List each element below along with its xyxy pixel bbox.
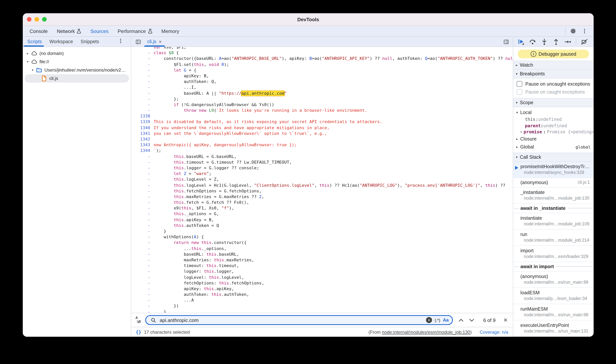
tab-memory[interactable]: Memory — [157, 26, 184, 36]
search-field[interactable]: × (.*) Aa — [145, 315, 453, 325]
section-scope[interactable]: ▾ Scope — [513, 98, 594, 107]
tree-item-file-[interactable]: ▾file:// — [23, 58, 131, 66]
code-line[interactable]: - this.timeout = G.timeout ?? Lw.DEFAULT… — [131, 159, 513, 165]
code-line[interactable]: - }; — [131, 96, 513, 102]
checkbox[interactable] — [517, 81, 522, 87]
code-line[interactable]: 1343new Anthropic({ apiKey, dangerouslyA… — [131, 142, 513, 148]
code-line[interactable]: - $F1.set(this, void 0); — [131, 62, 513, 67]
section-callstack[interactable]: ▾ Call Stack — [513, 153, 594, 162]
breakpoint-option[interactable]: Pause on uncaught exceptions — [513, 80, 594, 88]
code-line[interactable]: - logger: this.logger, — [131, 269, 513, 274]
callstack-frame[interactable]: (anonymous)cli.js:1 — [513, 178, 594, 187]
callstack-frame[interactable]: runnode:internal/m…module_job:214 — [513, 229, 594, 246]
close-window-button[interactable] — [27, 17, 31, 22]
callstack-frame[interactable]: (anonymous)node:internal/m…es/run_main:9… — [513, 271, 594, 288]
callstack-frame[interactable]: importnode:internal/m…esm/loader:329 — [513, 246, 594, 262]
code-line[interactable]: - this.logger = G.logger ?? console; — [131, 165, 513, 171]
step-out-icon[interactable] — [552, 38, 560, 45]
scope-global[interactable]: ▸ Global global — [513, 143, 594, 151]
tab-close-icon[interactable]: × — [159, 39, 162, 44]
callstack-frame[interactable]: (anonymous)node:internal/m…main_module:2 — [513, 337, 594, 337]
gear-icon[interactable] — [569, 27, 577, 35]
step-over-icon[interactable] — [529, 38, 536, 45]
scope-local[interactable]: ▾ Local — [513, 108, 594, 116]
callstack-frame[interactable]: runMainESMnode:internal/m…es/run_main:98 — [513, 304, 594, 320]
pretty-print-icon[interactable]: {} — [136, 329, 141, 335]
section-watch[interactable]: ▸ Watch — [513, 61, 594, 70]
tab-network[interactable]: Network — [52, 26, 86, 36]
regex-toggle[interactable]: (.*) — [435, 318, 440, 322]
tab-sources[interactable]: Sources — [86, 26, 113, 36]
match-case-toggle[interactable]: Aa — [443, 317, 449, 323]
code-line[interactable]: - fetchOptions: this.fetchOptions, — [131, 280, 513, 286]
replace-toggle-icon[interactable]: A ↳ B — [135, 316, 142, 324]
navigator-tab-snippets[interactable]: Snippets — [77, 37, 103, 47]
tab-console[interactable]: Console — [25, 26, 52, 36]
callstack-frame[interactable]: promiseInitHookWithDestroyTr…node:intern… — [513, 162, 594, 178]
previous-match-icon[interactable] — [459, 317, 464, 323]
code-line[interactable]: - return new this.constructor({ — [131, 240, 513, 246]
code-line[interactable]: - authToken: this.authToken, — [131, 292, 513, 297]
minimize-window-button[interactable] — [35, 17, 39, 22]
code-line[interactable]: 1344`); — [131, 148, 513, 154]
code-line[interactable]: - this.fetch = G.fetch ?? Fs0(), — [131, 200, 513, 205]
code-line[interactable]: 1338 — [131, 113, 513, 119]
code-line[interactable]: - this.logLevel = Z, — [131, 177, 513, 182]
source-origin-link[interactable]: node:internal/modules/esm/module_job:130 — [382, 329, 470, 335]
step-into-icon[interactable] — [541, 38, 548, 45]
code-line[interactable]: - this.baseURL = G.baseURL, — [131, 154, 513, 159]
code-line[interactable]: - if (!G.dangerouslyAllowBrowser && Ys0(… — [131, 102, 513, 108]
code-line[interactable]: - } — [131, 309, 513, 313]
editor-tab-clijs[interactable]: cli.js × — [144, 37, 165, 47]
callstack-frame[interactable]: loadESMnode:internal/p…/esm_loader:34 — [513, 288, 594, 304]
code-line[interactable]: - this.maxRetries = G.maxRetries ?? 2, — [131, 194, 513, 200]
toggle-debugger-sidebar-icon[interactable] — [502, 38, 510, 45]
callstack-frame[interactable]: _instantiatenode:internal/m…module_job:1… — [513, 187, 594, 204]
tree-item-cli-js[interactable]: cli.js — [23, 74, 131, 83]
code-line[interactable]: - withOptions(A) { — [131, 234, 513, 240]
code-line[interactable]: - apiKey: this.apiKey, — [131, 286, 513, 292]
tab-performance[interactable]: Performance — [113, 26, 157, 36]
clear-search-icon[interactable]: × — [426, 317, 432, 323]
code-line[interactable]: - ...I, — [131, 85, 513, 90]
tree-item--no-domain-[interactable]: ▸(no domain) — [23, 49, 131, 58]
code-line[interactable]: - let G = { — [131, 67, 513, 73]
code-line[interactable]: 1342 — [131, 136, 513, 142]
code-line[interactable]: - this.fetchOptions = G.fetchOptions, — [131, 188, 513, 194]
scope-var-promise[interactable]: ▸promise: Promise {<pending>} — [513, 129, 594, 135]
tree-item-users-jinhuilee-nvm-versions-node-v2-[interactable]: ▾Users/jinhuilee/.nvm/versions/node/v2… — [23, 66, 131, 74]
coverage-link[interactable]: Coverage: n/a — [480, 329, 508, 335]
code-line[interactable]: - throw new L9(`It looks like you're run… — [131, 108, 513, 113]
code-line[interactable]: - o9(this, $F1, Xs0, "f"), — [131, 206, 513, 211]
code-line[interactable]: - constructor({baseURL: A=ao("ANTHROPIC_… — [131, 56, 513, 62]
code-line[interactable]: - this.authToken = Q — [131, 223, 513, 228]
checkbox[interactable] — [517, 89, 522, 95]
code-line[interactable]: - timeout: this.timeout, — [131, 263, 513, 269]
resume-script-icon[interactable] — [517, 38, 525, 45]
code-line[interactable]: - this.apiKey = B, — [131, 217, 513, 222]
code-line[interactable]: - ...A — [131, 298, 513, 303]
code-line[interactable]: - apiKey: B, — [131, 73, 513, 79]
code-line[interactable]: var Xs0, $F1; — [131, 47, 513, 50]
next-match-icon[interactable] — [469, 317, 475, 323]
code-line[interactable]: 1341you can set the \`dangerouslyAllowBr… — [131, 131, 513, 136]
scope-var-parent[interactable]: parent: undefined — [513, 123, 594, 129]
code-line[interactable]: - }) — [131, 303, 513, 309]
step-icon[interactable] — [564, 38, 572, 45]
search-input[interactable] — [160, 317, 423, 323]
kebab-menu-icon[interactable] — [581, 27, 588, 35]
code-line[interactable]: -class $8 { — [131, 50, 513, 56]
hide-navigator-icon[interactable] — [134, 38, 142, 45]
breakpoint-option[interactable]: Pause on caught exceptions — [513, 88, 594, 96]
deactivate-breakpoints-icon[interactable] — [580, 38, 588, 45]
section-breakpoints[interactable]: ▾ Breakpoints — [513, 70, 594, 78]
code-editor[interactable]: var Xs0, $F1;-class $8 {- constructor({b… — [131, 47, 513, 313]
code-line[interactable]: - maxRetries: this.maxRetries, — [131, 257, 513, 263]
navigator-tab-scripts[interactable]: Scripts — [24, 37, 45, 47]
navigator-tab-workspace[interactable]: Workspace — [45, 37, 77, 47]
code-line[interactable]: 1339This is disabled by default, as it r… — [131, 119, 513, 125]
code-line[interactable]: - baseURL: this.baseURL, — [131, 251, 513, 257]
scope-closure[interactable]: ▸ Closure — [513, 135, 594, 143]
code-line[interactable]: - let Z = "warn"; — [131, 171, 513, 177]
code-line[interactable]: - baseURL: A || "https://api.anthropic.c… — [131, 90, 513, 96]
